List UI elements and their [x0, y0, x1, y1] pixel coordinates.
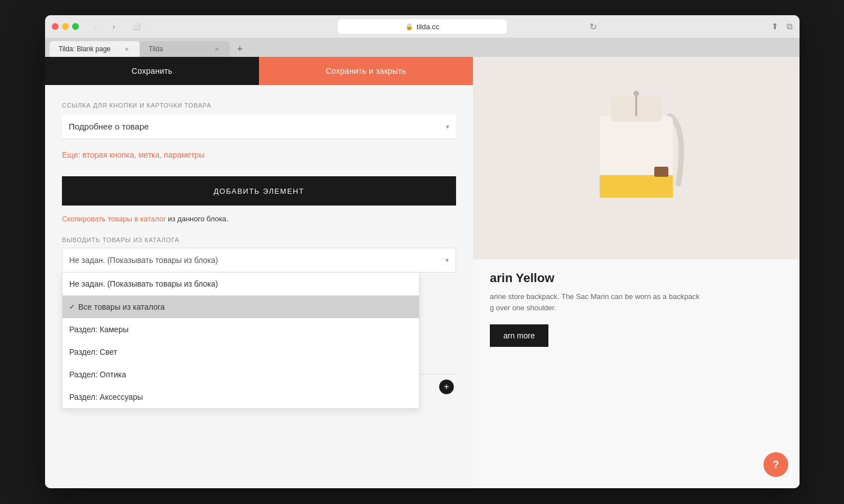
- save-label: Сохранить: [132, 66, 172, 75]
- tab-2-label: Tilda: [149, 45, 208, 53]
- nav-buttons: ‹ ›: [88, 21, 122, 32]
- catalog-label: ВЫВОДИТЬ ТОВАРЫ ИЗ КАТАЛОГА: [62, 237, 456, 243]
- learn-more-button[interactable]: arn more: [490, 324, 548, 347]
- product-desc: arine store backpack. The Sac Marin can …: [490, 291, 783, 313]
- dropdown-option-5[interactable]: Раздел: Аксессуары: [62, 386, 419, 408]
- window-view-button[interactable]: ⬜: [128, 21, 144, 32]
- back-button[interactable]: ‹: [88, 21, 104, 32]
- save-close-label: Сохранить и закрыть: [326, 66, 407, 75]
- product-title: arin Yellow: [490, 271, 783, 286]
- url-bar[interactable]: 🔒 tilda.cc: [338, 19, 507, 34]
- link-select-value: Подробнее о товаре: [69, 122, 149, 131]
- product-info: arin Yellow arine store backpack. The Sa…: [473, 260, 800, 358]
- additional-add-button[interactable]: +: [439, 380, 454, 394]
- save-close-button[interactable]: Сохранить и закрыть: [259, 57, 473, 85]
- dropdown-placeholder: Не задан. (Показывать товары из блока): [69, 256, 218, 265]
- share-icon[interactable]: ⬆: [771, 21, 779, 32]
- tabs-icon[interactable]: ⧉: [787, 21, 793, 32]
- dropdown-main[interactable]: Не задан. (Показывать товары из блока) ▾: [62, 248, 456, 273]
- option-1-label: Все товары из каталога: [78, 302, 165, 311]
- forward-button[interactable]: ›: [106, 21, 122, 32]
- lock-icon: 🔒: [405, 23, 413, 30]
- editor-content: ССЫЛКА ДЛЯ КНОПКИ И КАРТОЧКИ ТОВАРА Подр…: [45, 85, 473, 416]
- link-field-label: ССЫЛКА ДЛЯ КНОПКИ И КАРТОЧКИ ТОВАРА: [62, 102, 456, 109]
- tab-2[interactable]: Tilda ✕: [140, 41, 230, 57]
- help-button[interactable]: ?: [763, 452, 788, 477]
- dropdown-option-2[interactable]: Раздел: Камеры: [62, 318, 419, 341]
- svg-rect-6: [654, 167, 668, 177]
- new-tab-button[interactable]: +: [232, 41, 248, 57]
- option-4-label: Раздел: Оптика: [69, 370, 126, 379]
- traffic-lights: [52, 23, 79, 30]
- url-text: tilda.cc: [417, 23, 439, 31]
- reload-button[interactable]: ↻: [590, 21, 597, 32]
- tab-1-close[interactable]: ✕: [123, 45, 131, 53]
- product-image-svg: [574, 71, 698, 246]
- title-bar: ‹ › ⬜ 🔒 tilda.cc ↻ ⬆ ⧉: [45, 15, 800, 38]
- dropdown-option-1[interactable]: ✓ Все товары из каталога: [62, 296, 419, 318]
- window-icon: ⬜: [132, 23, 141, 30]
- dropdown-option-0[interactable]: Не задан. (Показывать товары из блока): [62, 273, 419, 295]
- copy-link-row: Скопировать товары в каталог из данного …: [62, 215, 456, 223]
- editor-toolbar: Сохранить Сохранить и закрыть: [45, 57, 473, 85]
- copy-link-suffix: из данного блока.: [168, 215, 228, 223]
- dropdown-options: Не задан. (Показывать товары из блока) ✓…: [62, 273, 419, 409]
- plus-circle-icon: +: [444, 382, 449, 392]
- question-mark-icon: ?: [773, 459, 779, 471]
- select-arrow-icon: ▾: [446, 123, 449, 131]
- tab-1[interactable]: Tilda: Blank page ✕: [50, 41, 140, 57]
- maximize-button[interactable]: [72, 23, 79, 30]
- editor-panel: Сохранить Сохранить и закрыть ССЫЛКА ДЛЯ…: [45, 57, 473, 488]
- dropdown-option-4[interactable]: Раздел: Оптика: [62, 363, 419, 386]
- option-5-label: Раздел: Аксессуары: [69, 393, 143, 402]
- tab-2-close[interactable]: ✕: [213, 45, 221, 53]
- chevron-left-icon: ‹: [95, 22, 97, 31]
- option-3-label: Раздел: Свет: [69, 347, 117, 356]
- browser-window: ‹ › ⬜ 🔒 tilda.cc ↻ ⬆ ⧉ Tilda: Blank page…: [45, 15, 800, 488]
- add-element-button[interactable]: ДОБАВИТЬ ЭЛЕМЕНТ: [62, 176, 456, 206]
- check-icon: ✓: [69, 303, 75, 311]
- preview-panel: arin Yellow arine store backpack. The Sa…: [473, 57, 800, 488]
- link-select[interactable]: Подробнее о товаре ▾: [62, 114, 456, 139]
- option-2-label: Раздел: Камеры: [69, 325, 128, 334]
- extra-link[interactable]: Еще: вторая кнопка, метка, параметры: [62, 150, 456, 159]
- copy-link-anchor[interactable]: Скопировать товары в каталог: [62, 215, 166, 223]
- close-button[interactable]: [52, 23, 59, 30]
- content-area: Сохранить Сохранить и закрыть ССЫЛКА ДЛЯ…: [45, 57, 800, 488]
- plus-icon: +: [237, 43, 243, 55]
- minimize-button[interactable]: [62, 23, 69, 30]
- tab-1-label: Tilda: Blank page: [59, 45, 118, 53]
- svg-rect-5: [600, 186, 673, 198]
- chevron-right-icon: ›: [113, 22, 115, 31]
- save-button[interactable]: Сохранить: [45, 57, 259, 85]
- browser-right-icons: ⬆ ⧉: [771, 21, 793, 32]
- catalog-dropdown[interactable]: Не задан. (Показывать товары из блока) ▾…: [62, 248, 456, 273]
- reload-icon: ↻: [590, 22, 597, 32]
- dropdown-arrow-icon: ▾: [445, 256, 449, 264]
- tab-bar: Tilda: Blank page ✕ Tilda ✕ +: [45, 38, 800, 57]
- svg-point-3: [633, 91, 639, 96]
- dropdown-option-3[interactable]: Раздел: Свет: [62, 341, 419, 363]
- option-0-label: Не задан. (Показывать товары из блока): [69, 279, 218, 288]
- product-image-area: [473, 57, 800, 260]
